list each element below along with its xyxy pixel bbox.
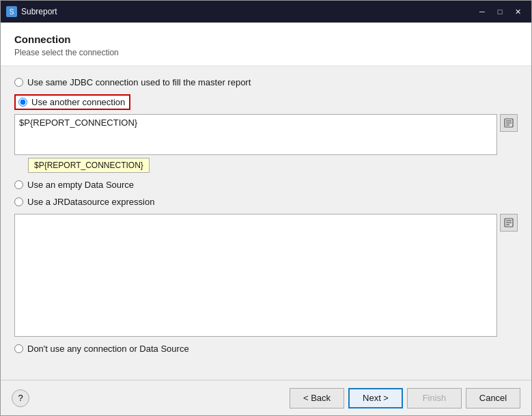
back-button[interactable]: < Back	[290, 388, 344, 408]
title-bar-left: S Subreport	[6, 6, 57, 17]
title-bar: S Subreport ─ □ ✕	[1, 1, 531, 23]
connection-tooltip: $P{REPORT_CONNECTION}	[28, 158, 150, 173]
close-button[interactable]: ✕	[509, 5, 526, 18]
empty-datasource-label: Use an empty Data Source	[27, 180, 134, 190]
connection-edit-button[interactable]	[500, 114, 518, 132]
jdbc-option[interactable]: Use same JDBC connection used to fill th…	[14, 77, 518, 87]
next-button[interactable]: Next >	[348, 388, 403, 408]
main-content: Use same JDBC connection used to fill th…	[1, 66, 531, 380]
empty-datasource-option[interactable]: Use an empty Data Source	[14, 180, 518, 190]
section-title: Connection	[14, 33, 518, 45]
footer-left: ?	[12, 389, 29, 407]
connection-box-row: $P{REPORT_CONNECTION}	[14, 114, 518, 155]
minimize-button[interactable]: ─	[474, 5, 490, 18]
maximize-button[interactable]: □	[492, 5, 508, 18]
jrds-option[interactable]: Use a JRDatasource expression	[14, 197, 518, 207]
expression-edit-button[interactable]	[500, 214, 518, 232]
another-connection-highlighted: Use another connection	[14, 94, 130, 110]
expression-box-row	[14, 214, 518, 337]
no-connection-label: Don't use any connection or Data Source	[27, 344, 189, 354]
jdbc-label: Use same JDBC connection used to fill th…	[27, 77, 251, 87]
expression-textarea[interactable]	[14, 214, 497, 337]
another-connection-radio[interactable]	[18, 98, 27, 107]
window-icon: S	[6, 6, 17, 17]
footer-section: ? < Back Next > Finish Cancel	[1, 380, 531, 415]
window-title: Subreport	[21, 7, 57, 16]
no-connection-option[interactable]: Don't use any connection or Data Source	[14, 344, 518, 354]
another-connection-option[interactable]: Use another connection	[14, 94, 518, 110]
jrds-label: Use a JRDatasource expression	[27, 197, 154, 207]
empty-datasource-radio[interactable]	[14, 180, 23, 189]
subreport-dialog: S Subreport ─ □ ✕ Connection Please sele…	[0, 0, 532, 416]
section-subtitle: Please select the connection	[14, 48, 518, 57]
cancel-button[interactable]: Cancel	[466, 388, 520, 408]
header-section: Connection Please select the connection	[1, 23, 531, 66]
connection-textarea[interactable]: $P{REPORT_CONNECTION}	[14, 114, 497, 155]
another-connection-label: Use another connection	[31, 97, 125, 107]
help-button[interactable]: ?	[12, 389, 29, 407]
jdbc-radio[interactable]	[14, 78, 23, 87]
no-connection-radio[interactable]	[14, 344, 23, 353]
finish-button[interactable]: Finish	[407, 388, 462, 408]
jrds-radio[interactable]	[14, 197, 23, 206]
footer-buttons: < Back Next > Finish Cancel	[290, 388, 520, 408]
title-bar-controls: ─ □ ✕	[474, 5, 526, 18]
